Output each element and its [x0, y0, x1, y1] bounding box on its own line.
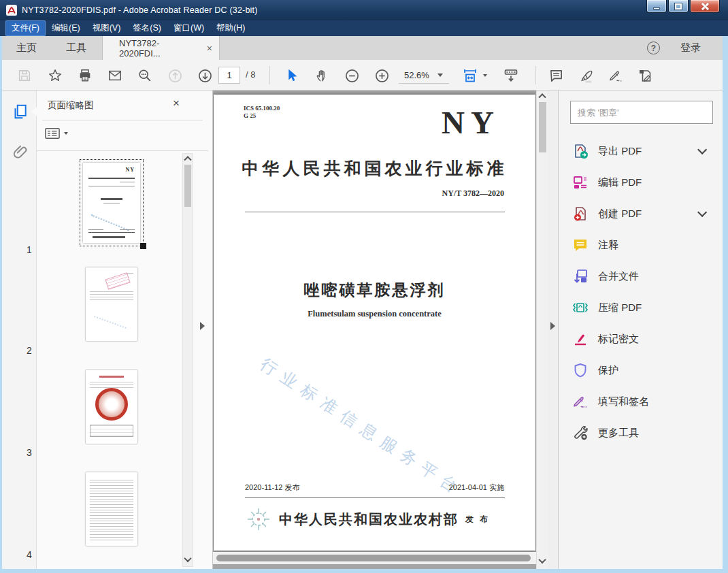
tab-home[interactable]: 主页 [12, 36, 41, 60]
tool-comment[interactable]: 注释 [559, 229, 723, 261]
page-number-input[interactable]: 1 [218, 67, 240, 84]
fill-sign-icon [572, 393, 589, 410]
tool-redact[interactable]: 标记密文 [559, 323, 723, 355]
selection-handle[interactable] [140, 243, 146, 249]
tool-label: 编辑 PDF [598, 176, 642, 189]
tab-document[interactable]: NYT3782-2020FDI... × [102, 36, 220, 60]
panel-close-icon[interactable]: × [173, 97, 180, 110]
thumbnail-options-button[interactable] [45, 127, 68, 140]
pdf-page-1: ICS 65.100.20 G 25 NY 中华人民共和国农业行业标准 NY/T… [214, 95, 535, 551]
protect-shield-icon [572, 362, 589, 378]
reading-mode-icon[interactable] [503, 67, 519, 84]
stamp-tool-icon[interactable] [637, 67, 653, 84]
tool-label: 注释 [598, 239, 618, 252]
tool-fill-sign[interactable]: 填写和签名 [559, 386, 723, 417]
panel-collapse-handle[interactable] [200, 322, 205, 330]
tools-panel: 导出 PDF 编辑 PDF [558, 91, 723, 569]
zoom-in-icon[interactable] [374, 67, 390, 84]
tool-protect[interactable]: 保护 [559, 355, 723, 386]
thumb2-watermark [94, 304, 131, 329]
zoom-out-icon[interactable] [344, 67, 360, 84]
compress-pdf-icon [572, 299, 589, 316]
thumbnail-page-4[interactable] [86, 472, 137, 546]
scroll-down-icon[interactable] [538, 558, 546, 566]
tool-label: 保护 [598, 364, 618, 377]
fit-width-icon[interactable] [462, 67, 478, 84]
tool-label: 压缩 PDF [598, 301, 642, 314]
thumbnail-page-3[interactable] [86, 370, 137, 444]
star-icon[interactable] [47, 67, 63, 84]
tool-combine-files[interactable]: 合并文件 [559, 261, 723, 292]
tools-search-input[interactable] [570, 101, 713, 124]
thumb1-line [88, 232, 135, 233]
menu-file[interactable]: 文件(F) [5, 20, 46, 36]
scroll-up-icon[interactable] [538, 93, 546, 101]
thumbnails-scrollbar[interactable] [182, 153, 193, 567]
tool-create-pdf[interactable]: 创建 PDF [559, 198, 723, 229]
menu-help[interactable]: 帮助(H) [210, 20, 251, 36]
document-viewport[interactable]: ICS 65.100.20 G 25 NY 中华人民共和国农业行业标准 NY/T… [213, 91, 536, 569]
thumb1-line [88, 229, 103, 230]
thumbnail-page-2[interactable] [86, 267, 137, 341]
tab-tools[interactable]: 工具 [62, 36, 90, 60]
tab-close-icon[interactable]: × [207, 44, 212, 53]
fill-sign-toolbar-icon[interactable] [608, 67, 624, 84]
save-icon[interactable] [16, 67, 33, 84]
horizontal-scrollbar[interactable] [213, 552, 536, 564]
vertical-scrollbar-thumb[interactable] [539, 102, 546, 152]
close-button[interactable] [690, 0, 720, 13]
tab-document-label: NYT3782-2020FDI... [119, 38, 200, 59]
thumb3-text [90, 381, 133, 388]
ics-line-1: ICS 65.100.20 [244, 105, 280, 112]
help-icon[interactable]: ? [647, 42, 660, 54]
zoom-level-value: 52.6% [404, 70, 429, 80]
print-icon[interactable] [77, 67, 93, 84]
attachments-panel-icon[interactable] [11, 144, 29, 161]
thumbnail-page-1[interactable]: NY [83, 163, 140, 243]
menu-sign[interactable]: 签名(S) [127, 20, 167, 36]
tool-more-tools[interactable]: 更多工具 [559, 417, 723, 448]
scroll-down-icon[interactable] [184, 557, 192, 565]
page-thumbnails-panel-icon[interactable] [11, 103, 29, 120]
comment-icon[interactable] [548, 67, 564, 84]
select-tool-icon[interactable] [283, 67, 299, 84]
chevron-down-icon[interactable] [697, 145, 707, 154]
redact-icon [572, 331, 589, 347]
scrollbar-thumb[interactable] [184, 165, 191, 207]
menu-edit[interactable]: 编辑(E) [46, 20, 86, 36]
zoom-level-dropdown[interactable]: 52.6% [399, 67, 449, 84]
divider [245, 212, 505, 212]
sign-in-button[interactable]: 登录 [680, 36, 701, 60]
maximize-button[interactable] [668, 0, 689, 13]
menu-view[interactable]: 视图(V) [86, 20, 127, 36]
menu-window[interactable]: 窗口(W) [167, 20, 210, 36]
thumb1-line [88, 186, 135, 186]
next-page-icon[interactable] [197, 67, 213, 84]
hand-tool-icon[interactable] [314, 67, 330, 84]
scroll-up-icon[interactable] [184, 155, 192, 163]
previous-page-icon[interactable] [167, 67, 183, 84]
tool-label: 导出 PDF [598, 145, 642, 158]
minimize-button[interactable] [646, 0, 667, 13]
thumb3-title [99, 376, 124, 378]
vertical-scrollbar[interactable] [536, 91, 548, 569]
right-panel-collapse-handle[interactable] [550, 322, 555, 330]
ny-logo: NY [442, 107, 500, 139]
search-icon[interactable] [137, 67, 153, 84]
edit-pdf-icon [572, 174, 589, 191]
watermark-text: 行业标准信息服务平台 [257, 353, 508, 527]
chevron-down-icon[interactable] [697, 208, 707, 217]
email-icon[interactable] [107, 67, 123, 84]
left-navigation-strip [2, 91, 37, 569]
horizontal-scrollbar-thumb[interactable] [216, 555, 531, 561]
tool-compress-pdf[interactable]: 压缩 PDF [559, 292, 723, 323]
tools-list: 导出 PDF 编辑 PDF [559, 135, 723, 448]
tool-edit-pdf[interactable]: 编辑 PDF [559, 167, 723, 198]
active-panel-notch [31, 107, 37, 116]
tool-export-pdf[interactable]: 导出 PDF [559, 135, 723, 167]
thumb1-line [120, 182, 135, 182]
highlighter-icon[interactable] [578, 67, 595, 84]
ics-code: ICS 65.100.20 G 25 [244, 105, 280, 120]
fit-width-chevron-icon[interactable] [483, 74, 487, 77]
thumb3-table [90, 425, 133, 437]
